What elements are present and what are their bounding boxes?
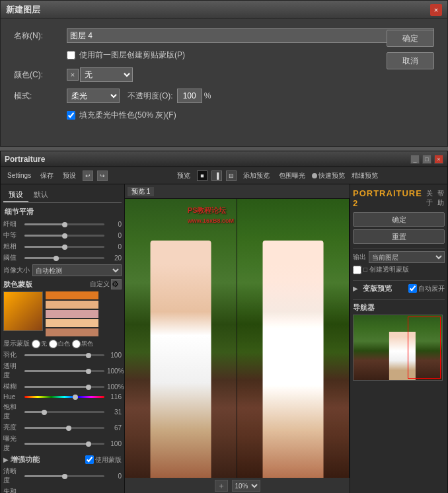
fine-label: 纤细: [3, 219, 22, 229]
blur-thumb[interactable]: [86, 385, 91, 390]
skin-swatch-4[interactable]: [46, 319, 98, 327]
quick-preview-btn[interactable]: 快速预览: [312, 171, 345, 180]
preset-tab[interactable]: 预设: [3, 188, 28, 202]
help-btn[interactable]: 帮助: [437, 189, 445, 208]
preview-black-icon[interactable]: ■: [197, 171, 207, 181]
opacity-thumb[interactable]: [86, 369, 91, 374]
feather-fill: [24, 354, 89, 356]
fill-checkbox[interactable]: [67, 111, 75, 120]
preview-nav: ＋ 10%: [125, 478, 350, 493]
medium-slider-row: 中等 0: [3, 231, 122, 240]
clip-mask-row: 使用前一图层创建剪贴蒙版(P): [67, 50, 434, 61]
ok-button[interactable]: 确定: [387, 30, 434, 47]
color-preview-header[interactable]: ▶ 变版预览 自动展开: [353, 284, 445, 293]
skin-swatch-5[interactable]: [46, 328, 98, 336]
skin-swatch-2[interactable]: [46, 301, 98, 309]
sharpness-val: 0: [107, 473, 122, 480]
prev-btn[interactable]: ＋: [215, 480, 228, 492]
reset-btn[interactable]: 重置: [353, 229, 445, 244]
opacity-input[interactable]: [177, 89, 202, 103]
settings-tab-btn[interactable]: Settings: [5, 171, 34, 180]
name-label: 名称(N):: [14, 30, 67, 42]
highlight-val: 100: [107, 440, 122, 447]
undo-icon[interactable]: ↩: [83, 171, 93, 181]
zoom-select[interactable]: 10%: [232, 480, 260, 492]
use-version-checkbox[interactable]: [85, 455, 94, 464]
medium-track[interactable]: [24, 235, 104, 237]
brightness-label: 亮度: [3, 423, 22, 432]
mask-none-radio[interactable]: [32, 340, 40, 348]
skin-size-select[interactable]: 自动检测: [32, 264, 122, 276]
blur-slider-row: 模糊 100%: [3, 382, 122, 391]
name-input[interactable]: [67, 28, 434, 43]
hue-track[interactable]: [24, 396, 104, 398]
sharpness-fill: [24, 475, 65, 477]
mode-select[interactable]: 柔光: [67, 89, 120, 103]
color-select[interactable]: 无: [80, 67, 133, 82]
sharpness-track[interactable]: [24, 475, 104, 477]
brightness-thumb[interactable]: [66, 426, 71, 431]
mode-label: 模式:: [14, 91, 67, 102]
fine-thumb[interactable]: [62, 222, 67, 227]
highlight-track[interactable]: [24, 443, 104, 445]
maximize-btn[interactable]: □: [422, 155, 431, 164]
skin-color-gradient[interactable]: [3, 291, 43, 331]
medium-fill: [24, 235, 65, 237]
redo-icon[interactable]: ↪: [97, 171, 108, 181]
enhance-section-header[interactable]: ▶ 增强功能 使用蒙版: [3, 455, 122, 465]
use-version-row: 使用蒙版: [85, 455, 122, 465]
feather-thumb[interactable]: [86, 353, 91, 358]
minimize-btn[interactable]: _: [410, 155, 420, 164]
about-btn[interactable]: 关于: [426, 189, 433, 208]
preview-split-icon[interactable]: ▐: [211, 171, 222, 181]
watermark: PS教程论坛 www.16xB8.coM: [188, 206, 234, 226]
sharpness-thumb[interactable]: [62, 474, 67, 479]
brightness-track[interactable]: [24, 427, 104, 429]
warmth-slider-row: 失和度 3: [3, 487, 122, 493]
coarse-thumb[interactable]: [62, 245, 67, 250]
preview1-tab[interactable]: 预览 1: [128, 187, 154, 196]
saturation-track[interactable]: [24, 411, 104, 413]
opacity-track[interactable]: [24, 370, 104, 372]
mask-black-radio[interactable]: [72, 340, 81, 348]
highlight-thumb[interactable]: [86, 441, 91, 447]
nav-thumbnail[interactable]: [353, 315, 443, 381]
close-btn[interactable]: ×: [434, 155, 443, 164]
blur-track[interactable]: [24, 386, 104, 388]
fine-track[interactable]: [24, 223, 104, 225]
show-mask-label: 显示蒙版: [3, 339, 30, 348]
auto-expand-row: 自动展开: [408, 284, 445, 293]
threshold-val: 20: [107, 254, 122, 262]
threshold-thumb[interactable]: [54, 256, 59, 261]
mask-white-radio[interactable]: [49, 340, 57, 348]
highlight-slider-row: 曝光度 100: [3, 434, 122, 453]
skin-swatch-1[interactable]: [46, 291, 98, 299]
feather-track[interactable]: [24, 354, 104, 356]
nav-viewport-rect: [408, 317, 441, 379]
preview-side-icon[interactable]: ⊟: [226, 171, 237, 181]
preset-btn[interactable]: 预设: [60, 171, 79, 181]
medium-thumb[interactable]: [62, 233, 67, 239]
threshold-track[interactable]: [24, 257, 104, 259]
coarse-track[interactable]: [24, 246, 104, 248]
hue-thumb[interactable]: [73, 395, 78, 400]
fine-preview-btn[interactable]: 精细预览: [349, 171, 381, 181]
add-preview-btn[interactable]: 添加预览: [241, 171, 272, 181]
clip-mask-checkbox[interactable]: [67, 51, 75, 59]
saturation-thumb[interactable]: [42, 410, 47, 415]
output-select[interactable]: 当前图层: [369, 251, 445, 263]
skin-settings-icon[interactable]: ⚙: [111, 279, 122, 289]
save-btn[interactable]: 保存: [38, 171, 56, 181]
dialog-close-btn[interactable]: ×: [430, 4, 442, 16]
create-mask-checkbox[interactable]: [353, 266, 361, 274]
color-row: 颜色(C): × 无: [14, 67, 434, 82]
default-tab[interactable]: 默认: [28, 188, 54, 202]
auto-expand-checkbox[interactable]: [408, 284, 417, 293]
surround-btn[interactable]: 包围曝光: [276, 171, 308, 181]
enhance-section-label: 增强功能: [11, 455, 40, 465]
skin-swatch-3[interactable]: [46, 310, 98, 318]
right-btns: 确定 重置: [353, 212, 445, 244]
new-layer-dialog: 新建图层 × 名称(N): 使用前一图层创建剪贴蒙版(P) 颜色(C): × 无…: [0, 0, 448, 147]
right-ok-btn[interactable]: 确定: [353, 212, 445, 227]
cancel-button[interactable]: 取消: [387, 52, 434, 69]
